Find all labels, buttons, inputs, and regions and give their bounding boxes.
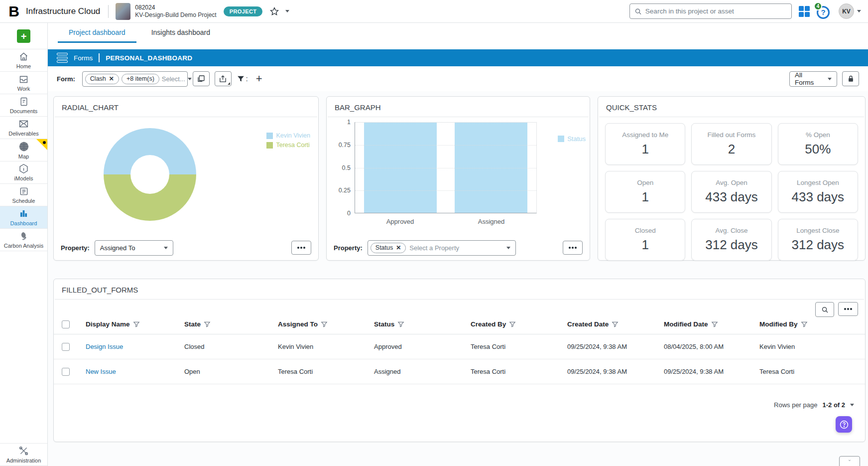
chip-remove-icon[interactable]: ✕: [109, 75, 114, 82]
column-header-created-date[interactable]: Created Date: [567, 320, 664, 328]
map-icon: [18, 141, 29, 152]
bar-plot-area[interactable]: [355, 122, 537, 213]
dashboard-tabs: Project dashboardInsights dashboard: [48, 23, 868, 43]
stat-label: Longest Close: [796, 227, 839, 234]
search-input[interactable]: [645, 7, 787, 15]
status-chip[interactable]: Status✕: [371, 243, 406, 253]
column-header-state[interactable]: State: [184, 320, 278, 328]
column-filter-icon[interactable]: [612, 321, 619, 328]
forms-stack-icon[interactable]: [57, 53, 68, 63]
deliverables-icon: [18, 119, 29, 129]
bar-graph: 00.250.50.751 ApprovedAssigned Status: [327, 117, 590, 235]
bar-property-select[interactable]: Status✕ Select a Property: [368, 240, 516, 256]
pagination-caret-icon[interactable]: [850, 404, 854, 406]
app-switcher-icon[interactable]: [799, 6, 810, 17]
stat-tile: Avg. Close 312 days: [691, 219, 771, 261]
filter-button[interactable]: :: [237, 75, 248, 83]
breadcrumb-app[interactable]: Forms: [74, 54, 93, 62]
sidebar-item-home[interactable]: Home: [0, 49, 47, 72]
row-checkbox[interactable]: [62, 343, 70, 351]
form-link[interactable]: New Issue: [86, 368, 184, 375]
column-header-created-by[interactable]: Created By: [471, 320, 567, 328]
sidebar-item-work[interactable]: Work: [0, 72, 47, 94]
column-filter-icon[interactable]: [321, 321, 328, 328]
add-widget-button[interactable]: +: [256, 73, 262, 84]
bentley-logo[interactable]: B: [5, 3, 22, 20]
stat-value: 433 days: [705, 189, 758, 205]
stat-label: % Open: [806, 131, 830, 139]
table-cell: Assigned: [374, 368, 471, 375]
sidebar-item-schedule[interactable]: Schedule: [0, 184, 47, 206]
favorite-star-icon[interactable]: [269, 6, 279, 16]
column-header-assigned-to[interactable]: Assigned To: [278, 320, 374, 328]
stat-tile: Longest Close 312 days: [778, 219, 858, 261]
form-link[interactable]: Design Issue: [86, 343, 184, 350]
tab-insights-dashboard[interactable]: Insights dashboard: [140, 23, 221, 43]
export-button[interactable]: [215, 71, 232, 86]
radial-more-button[interactable]: [291, 241, 311, 255]
column-header-modified-date[interactable]: Modified Date: [664, 320, 759, 328]
schedule-icon: [19, 186, 29, 196]
stat-label: Avg. Close: [715, 227, 747, 234]
sidebar-item-administration[interactable]: Administration: [0, 444, 47, 466]
export-icon: [219, 75, 227, 83]
column-filter-icon[interactable]: [204, 321, 211, 328]
bar-more-button[interactable]: [563, 241, 583, 255]
sidebar-item-imodels[interactable]: iModels: [0, 161, 47, 184]
column-header-display-name[interactable]: Display Name: [86, 320, 184, 328]
home-icon: [18, 51, 29, 62]
project-meta[interactable]: 082024 KV-Design-Build Demo Project: [135, 4, 216, 19]
avatar[interactable]: KV: [839, 3, 854, 19]
column-filter-icon[interactable]: [397, 321, 404, 328]
tab-project-dashboard[interactable]: Project dashboard: [58, 23, 136, 43]
table-row[interactable]: Design IssueClosedKevin VivienApprovedTe…: [54, 334, 865, 359]
sidebar-item-label: Map: [18, 154, 29, 159]
project-thumbnail[interactable]: [116, 3, 130, 20]
radial-property-select[interactable]: Assigned To: [95, 240, 173, 256]
column-filter-icon[interactable]: [509, 321, 516, 328]
table-search-button[interactable]: [815, 302, 834, 317]
sidebar-item-carbon-analysis[interactable]: Carbon Analysis: [0, 229, 47, 251]
bar-legend: Status: [558, 135, 586, 143]
sidebar-item-map[interactable]: Map: [0, 139, 47, 161]
sidebar-item-dashboard[interactable]: Dashboard: [0, 206, 47, 229]
column-filter-icon[interactable]: [711, 321, 718, 328]
legend-item[interactable]: Teresa Corti: [266, 142, 310, 149]
project-switcher-caret-icon[interactable]: [285, 10, 289, 12]
legend-item[interactable]: Kevin Vivien: [266, 132, 310, 139]
sidebar-item-documents[interactable]: Documents: [0, 94, 47, 117]
quick-stats-title: QUICK_STATS: [598, 97, 865, 117]
sidebar-item-label: Documents: [10, 108, 38, 114]
app-header: B Infrastructure Cloud 082024 KV-Design-…: [0, 0, 868, 23]
feedback-help-button[interactable]: [836, 416, 852, 433]
form-multiselect[interactable]: Clash✕ +8 item(s) Select...: [82, 71, 188, 87]
table-cell: 09/25/2024, 9:38 AM: [664, 368, 759, 375]
help-button[interactable]: ? 4: [817, 4, 832, 19]
breadcrumb-page: PERSONAL_DASHBOARD: [106, 54, 192, 62]
filter-icon: [237, 75, 245, 83]
column-header-status[interactable]: Status: [374, 320, 471, 328]
global-search[interactable]: [629, 3, 792, 19]
column-header-modified-by[interactable]: Modified By: [759, 320, 857, 328]
column-filter-icon[interactable]: [801, 321, 808, 328]
layout-toggle-button[interactable]: [193, 71, 210, 86]
column-filter-icon[interactable]: [133, 321, 140, 328]
cut-off-button[interactable]: ⌄: [839, 456, 860, 466]
stat-tile: Open 1: [605, 171, 685, 213]
account-menu[interactable]: KV: [839, 3, 861, 19]
radial-property-caret-icon: [164, 247, 168, 249]
select-all-checkbox[interactable]: [62, 320, 70, 328]
chip-remove-icon[interactable]: ✕: [396, 244, 401, 251]
form-chip-clash[interactable]: Clash✕: [85, 74, 119, 84]
all-forms-select[interactable]: All Forms: [789, 71, 837, 87]
table-more-button[interactable]: [838, 302, 858, 316]
lock-button[interactable]: [842, 71, 859, 86]
donut-chart[interactable]: [104, 128, 196, 221]
row-checkbox[interactable]: [62, 368, 70, 376]
sidebar-item-deliverables[interactable]: Deliverables: [0, 117, 47, 139]
add-button[interactable]: +: [17, 29, 30, 43]
form-chip-more[interactable]: +8 item(s): [122, 74, 159, 84]
table-row[interactable]: New IssueOpenTeresa CortiAssignedTeresa …: [54, 359, 865, 384]
work-icon: [18, 74, 29, 84]
carbon-analysis-icon: [19, 231, 28, 241]
